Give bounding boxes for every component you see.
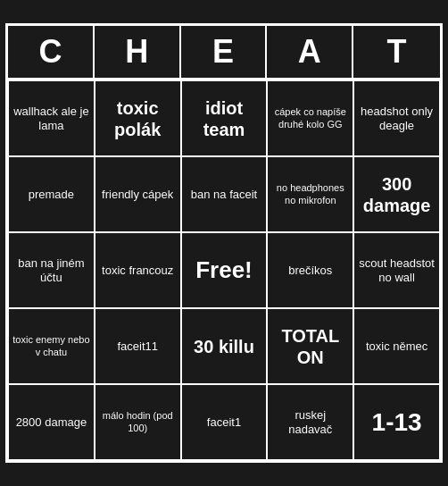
cell-text: brečíkos xyxy=(288,264,332,278)
cell-text: 300 damage xyxy=(358,173,436,216)
cell-text: wallhack ale je lama xyxy=(12,105,90,132)
bingo-header: CHEAT xyxy=(8,26,440,80)
bingo-cell: ban na faceit xyxy=(181,156,268,232)
cell-text: toxic francouz xyxy=(102,264,173,278)
bingo-cell: premade xyxy=(8,156,95,232)
bingo-cell: wallhack ale je lama xyxy=(8,80,95,156)
cell-text: 30 killu xyxy=(194,336,254,357)
bingo-cell: Free! xyxy=(181,232,268,308)
cell-text: 2800 damage xyxy=(16,415,87,430)
cell-text: málo hodin (pod 100) xyxy=(99,410,177,433)
bingo-cell: idiot team xyxy=(181,80,268,156)
bingo-cell: málo hodin (pod 100) xyxy=(95,384,181,460)
bingo-grid: wallhack ale je lamatoxic polákidiot tea… xyxy=(8,80,440,460)
bingo-cell: faceit11 xyxy=(95,308,181,384)
bingo-cell: 30 killu xyxy=(181,308,268,384)
header-letter: E xyxy=(181,26,268,78)
cell-text: 1-13 xyxy=(372,407,422,438)
bingo-cell: 300 damage xyxy=(353,156,440,232)
header-letter: T xyxy=(353,26,440,78)
bingo-cell: 1-13 xyxy=(353,384,440,460)
header-letter: H xyxy=(95,26,181,78)
bingo-cell: friendly cápek xyxy=(95,156,181,232)
cell-text: faceit11 xyxy=(117,339,158,354)
bingo-cell: ruskej nadavač xyxy=(267,384,353,460)
bingo-cell: headshot only deagle xyxy=(353,80,440,156)
cell-text: premade xyxy=(29,188,74,202)
bingo-cell: ban na jiném účtu xyxy=(8,232,95,308)
bingo-card: CHEAT wallhack ale je lamatoxic polákidi… xyxy=(5,23,443,463)
cell-text: ban na jiném účtu xyxy=(12,256,90,284)
cell-text: no headphones no mikrofon xyxy=(271,182,349,205)
bingo-cell: TOTAL ON xyxy=(267,308,353,384)
bingo-cell: toxic francouz xyxy=(95,232,181,308)
cell-text: toxic enemy nebo v chatu xyxy=(12,334,90,357)
cell-text: scout headstot no wall xyxy=(358,256,436,284)
cell-text: ruskej nadavač xyxy=(271,408,349,436)
cell-text: idiot team xyxy=(186,97,263,140)
bingo-cell: cápek co napíše druhé kolo GG xyxy=(267,80,353,156)
header-letter: C xyxy=(8,26,95,78)
cell-text: ban na faceit xyxy=(191,188,257,202)
bingo-cell: toxic polák xyxy=(95,80,181,156)
bingo-cell: 2800 damage xyxy=(8,384,95,460)
bingo-cell: toxic němec xyxy=(353,308,440,384)
cell-text: TOTAL ON xyxy=(271,325,349,368)
cell-text: toxic němec xyxy=(366,339,427,354)
cell-text: Free! xyxy=(195,256,253,284)
cell-text: headshot only deagle xyxy=(358,105,436,132)
bingo-cell: scout headstot no wall xyxy=(353,232,440,308)
cell-text: cápek co napíše druhé kolo GG xyxy=(271,106,349,130)
cell-text: friendly cápek xyxy=(102,188,173,202)
bingo-cell: toxic enemy nebo v chatu xyxy=(8,308,95,384)
bingo-cell: brečíkos xyxy=(267,232,353,308)
cell-text: toxic polák xyxy=(99,97,177,140)
bingo-cell: no headphones no mikrofon xyxy=(267,156,353,232)
bingo-cell: faceit1 xyxy=(181,384,268,460)
cell-text: faceit1 xyxy=(207,415,241,430)
header-letter: A xyxy=(267,26,353,78)
